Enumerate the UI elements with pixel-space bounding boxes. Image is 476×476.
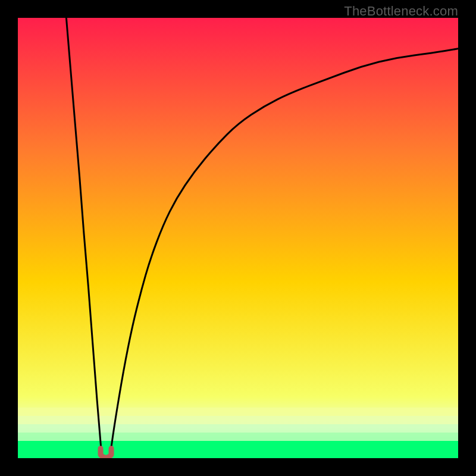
chart-frame: TheBottleneck.com: [0, 0, 476, 476]
band-pale-3: [18, 424, 458, 433]
band-green: [18, 441, 458, 458]
band-pale-2: [18, 416, 458, 424]
band-pale-4: [18, 433, 458, 441]
watermark-text: TheBottleneck.com: [344, 4, 458, 19]
plot-area: [18, 18, 458, 458]
band-pale-1: [18, 408, 458, 416]
chart-svg: [18, 18, 458, 458]
